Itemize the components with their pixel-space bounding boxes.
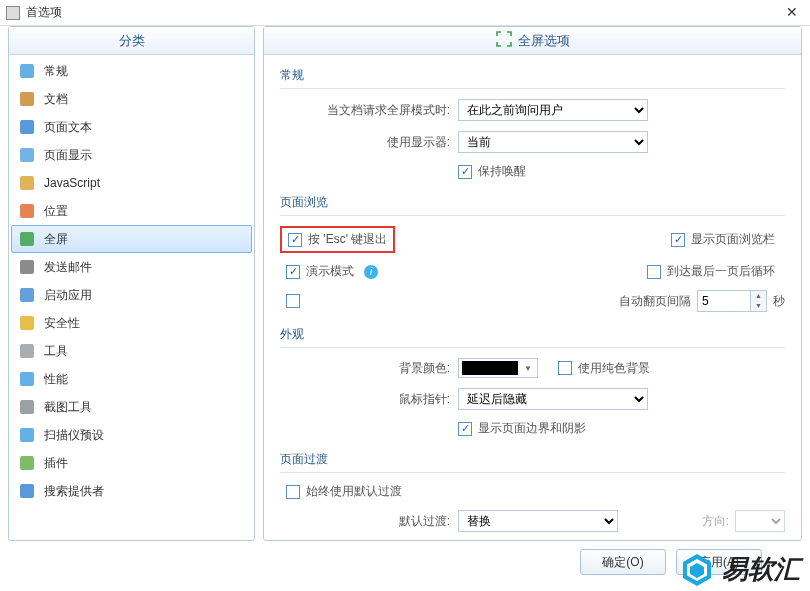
keep-awake-label: 保持唤醒 [478,163,526,180]
solid-bg-checkbox[interactable]: 使用纯色背景 [558,360,650,377]
watermark-text: 易软汇 [722,552,800,587]
sidebar-item-12[interactable]: 截图工具 [11,393,252,421]
svg-rect-6 [20,232,34,246]
category-panel: 分类 常规文档页面文本页面显示JavaScript位置全屏发送邮件启动应用安全性… [8,26,255,541]
category-header: 分类 [9,27,254,55]
sidebar-item-6[interactable]: 全屏 [11,225,252,253]
check-icon [558,361,572,375]
sidebar-item-icon [18,454,36,472]
bg-color-picker[interactable]: ▼ [458,358,538,378]
doc-request-select[interactable]: 在此之前询问用户 [458,99,648,121]
close-button[interactable]: ✕ [780,3,804,23]
sidebar-item-icon [18,174,36,192]
sidebar-item-11[interactable]: 性能 [11,365,252,393]
auto-flip-input[interactable] [698,291,750,311]
ok-button-label: 确定(O) [602,554,643,571]
sidebar-item-label: 工具 [44,343,68,360]
check-icon [288,233,302,247]
default-trans-select[interactable]: 替换 [458,510,618,532]
svg-rect-1 [20,92,34,106]
sidebar-item-7[interactable]: 发送邮件 [11,253,252,281]
present-label: 演示模式 [306,263,354,280]
always-default-checkbox[interactable]: 始终使用默认过渡 [286,483,402,500]
check-icon [647,265,661,279]
group-transition: 页面过渡 始终使用默认过渡 默认过渡: 替换 方向: [280,447,785,532]
doc-request-label: 当文档请求全屏模式时: [280,102,450,119]
settings-header-label: 全屏选项 [518,32,570,50]
check-icon [286,265,300,279]
color-swatch [462,361,518,375]
sidebar-item-icon [18,314,36,332]
category-header-label: 分类 [119,32,145,50]
group-appearance: 外观 背景颜色: ▼ 使用纯色背景 鼠标指针: [280,322,785,437]
settings-header: 全屏选项 [264,27,801,55]
svg-rect-10 [20,344,34,358]
check-icon [286,294,300,308]
svg-rect-15 [20,484,34,498]
svg-rect-12 [20,400,34,414]
present-mode-checkbox[interactable]: 演示模式 i [286,263,378,280]
sidebar-item-label: 性能 [44,371,68,388]
check-icon [458,422,472,436]
sidebar-item-15[interactable]: 搜索提供者 [11,477,252,505]
monitor-label: 使用显示器: [280,134,450,151]
sidebar-item-3[interactable]: 页面显示 [11,141,252,169]
watermark-logo-icon [680,553,714,587]
bg-color-label: 背景颜色: [280,360,450,377]
sidebar-item-13[interactable]: 扫描仪预设 [11,421,252,449]
group-appearance-title: 外观 [280,322,785,348]
sidebar-item-label: 截图工具 [44,399,92,416]
svg-rect-5 [20,204,34,218]
check-icon [671,233,685,247]
sidebar-item-icon [18,202,36,220]
spin-up[interactable]: ▲ [751,291,766,301]
sidebar-item-icon [18,62,36,80]
keep-awake-checkbox[interactable]: 保持唤醒 [458,163,526,180]
sidebar-item-14[interactable]: 插件 [11,449,252,477]
window-title: 首选项 [26,4,62,21]
default-trans-label: 默认过渡: [280,513,450,530]
pointer-label: 鼠标指针: [280,391,450,408]
sidebar-item-icon [18,258,36,276]
loop-label: 到达最后一页后循环 [667,263,775,280]
auto-flip-spinner[interactable]: ▲▼ [697,290,767,312]
sidebar-item-label: 常规 [44,63,68,80]
svg-rect-0 [20,64,34,78]
seconds-label: 秒 [773,293,785,310]
sidebar-item-9[interactable]: 安全性 [11,309,252,337]
info-icon[interactable]: i [364,265,378,279]
sidebar-item-8[interactable]: 启动应用 [11,281,252,309]
sidebar-item-10[interactable]: 工具 [11,337,252,365]
esc-highlight: 按 'Esc' 键退出 [280,226,395,253]
chevron-down-icon: ▼ [521,364,535,373]
sidebar-item-2[interactable]: 页面文本 [11,113,252,141]
loop-checkbox[interactable]: 到达最后一页后循环 [647,263,775,280]
title-bar: 首选项 ✕ [0,0,810,26]
svg-rect-11 [20,372,34,386]
svg-rect-14 [20,456,34,470]
sidebar-item-label: 安全性 [44,315,80,332]
esc-label: 按 'Esc' 键退出 [308,231,387,248]
auto-flip-checkbox[interactable] [286,294,300,308]
pointer-select[interactable]: 延迟后隐藏 [458,388,648,410]
watermark: 易软汇 [680,552,800,587]
sidebar-item-label: 全屏 [44,231,68,248]
show-border-checkbox[interactable]: 显示页面边界和阴影 [458,420,586,437]
svg-rect-9 [20,316,34,330]
sidebar-item-icon [18,286,36,304]
sidebar-item-1[interactable]: 文档 [11,85,252,113]
category-list[interactable]: 常规文档页面文本页面显示JavaScript位置全屏发送邮件启动应用安全性工具性… [9,55,254,540]
group-general: 常规 当文档请求全屏模式时: 在此之前询问用户 使用显示器: 当前 [280,63,785,180]
sidebar-item-5[interactable]: 位置 [11,197,252,225]
esc-checkbox[interactable]: 按 'Esc' 键退出 [288,231,387,248]
sidebar-item-label: 搜索提供者 [44,483,104,500]
sidebar-item-4[interactable]: JavaScript [11,169,252,197]
sidebar-item-0[interactable]: 常规 [11,57,252,85]
direction-select[interactable] [735,510,785,532]
ok-button[interactable]: 确定(O) [580,549,666,575]
sidebar-item-label: 页面文本 [44,119,92,136]
monitor-select[interactable]: 当前 [458,131,648,153]
spin-down[interactable]: ▼ [751,301,766,311]
svg-rect-2 [20,120,34,134]
show-nav-checkbox[interactable]: 显示页面浏览栏 [671,231,775,248]
